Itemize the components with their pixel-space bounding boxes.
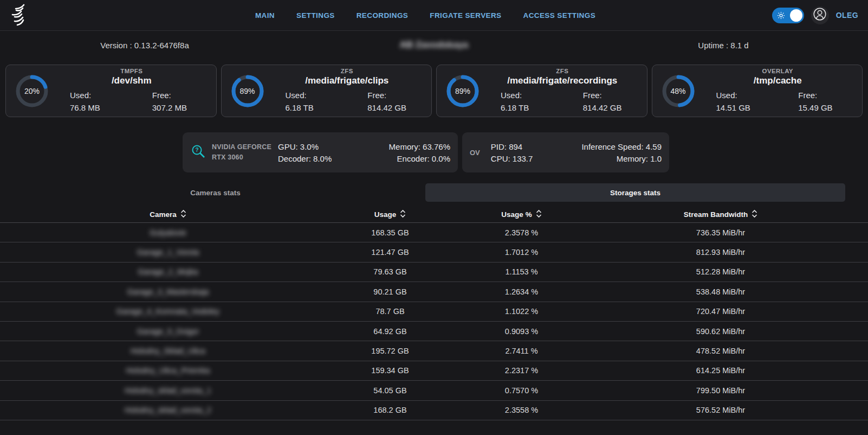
table-row: Holodny_Ulica_Priemka 159.34 GB 2.2317 %… xyxy=(0,361,868,381)
tab-storages-stats[interactable]: Storages stats xyxy=(425,183,845,202)
uptime-label: Uptime : 8.1 d xyxy=(579,41,868,50)
sun-icon xyxy=(777,11,785,22)
usage-cell: 64.92 GB xyxy=(336,327,444,336)
camera-name: Gulyalovie xyxy=(150,228,186,237)
tab-cameras-stats[interactable]: Cameras stats xyxy=(5,183,425,202)
donut-percent-label: 89% xyxy=(445,74,480,108)
donut-percent-label: 89% xyxy=(230,74,265,108)
storages-stats-table: Camera Usage Usage % Stream Bandwidth Gu… xyxy=(0,207,868,420)
table-row: Holodny_Sklad_Ulica 195.72 GB 2.7411 % 4… xyxy=(0,341,868,361)
used-label: Used: xyxy=(501,89,562,101)
bandwidth-cell: 736.35 MiB/hr xyxy=(599,228,843,237)
bandwidth-cell: 538.48 MiB/hr xyxy=(599,287,843,296)
mount-path: /dev/shm xyxy=(54,75,210,86)
camera-name: Holodny_sklad_vorota_2 xyxy=(125,406,211,414)
table-header: Camera Usage Usage % Stream Bandwidth xyxy=(0,207,868,223)
nav-access-settings[interactable]: ACCESS SETTINGS xyxy=(523,11,596,20)
sort-icon xyxy=(400,209,406,220)
usage-donut: 89% xyxy=(445,74,480,108)
storage-card-text: ZFS /media/frigate/clips Used: 6.18 TB F… xyxy=(265,68,425,114)
detector-stats-grid: PID: 894 Inference Speed: 4.59 CPU: 133.… xyxy=(488,142,662,163)
bandwidth-cell: 478.52 MiB/hr xyxy=(599,347,843,355)
storage-card-recordings: 89% ZFS /media/frigate/recordings Used: … xyxy=(436,65,647,117)
nav-settings[interactable]: SETTINGS xyxy=(296,11,335,20)
header-stream-bandwidth[interactable]: Stream Bandwidth xyxy=(599,209,843,220)
theme-toggle[interactable] xyxy=(772,8,804,23)
fs-type-label: TMPFS xyxy=(54,68,210,74)
username-label[interactable]: OLEG xyxy=(836,11,858,20)
sort-icon xyxy=(752,209,757,220)
usage-percent-cell: 2.3558 % xyxy=(444,406,599,414)
fs-type-label: ZFS xyxy=(484,68,640,74)
main-nav: MAIN SETTINGS RECORDINGS FRIGATE SERVERS… xyxy=(255,11,595,20)
free-label: Free: xyxy=(367,89,425,101)
bandwidth-cell: 614.25 MiB/hr xyxy=(599,366,843,375)
used-value: 6.18 TB xyxy=(286,101,347,114)
usage-donut: 20% xyxy=(15,74,49,108)
sort-icon xyxy=(536,209,542,220)
usage-percent-cell: 2.3578 % xyxy=(444,228,599,237)
free-value: 15.49 GB xyxy=(798,101,856,114)
donut-percent-label: 20% xyxy=(15,74,49,108)
mount-path: /media/frigate/recordings xyxy=(484,75,640,86)
usage-cell: 54.05 GB xyxy=(336,386,444,395)
bandwidth-cell: 720.47 MiB/hr xyxy=(599,307,843,316)
used-label: Used: xyxy=(70,89,132,101)
bandwidth-cell: 576.52 MiB/hr xyxy=(599,406,843,414)
camera-name: Garage_3_Masterskaja xyxy=(127,287,209,296)
camera-name: Garage_5_Dvigor xyxy=(137,327,199,336)
nav-recordings[interactable]: RECORDINGS xyxy=(357,11,409,20)
nav-main[interactable]: MAIN xyxy=(255,11,275,20)
header-usage[interactable]: Usage xyxy=(336,209,444,220)
storage-card-text: ZFS /media/frigate/recordings Used: 6.18… xyxy=(480,68,640,114)
camera-name: Holodny_Ulica_Priemka xyxy=(126,366,210,375)
nav-frigate-servers[interactable]: FRIGATE SERVERS xyxy=(430,11,501,20)
usage-donut: 48% xyxy=(661,74,696,108)
table-row: Garage_3_Masterskaja 90.21 GB 1.2634 % 5… xyxy=(0,282,868,302)
gpu-decoder: Decoder: 8.0% xyxy=(278,154,364,163)
bandwidth-cell: 590.62 MiB/hr xyxy=(599,327,843,336)
used-value: 6.18 TB xyxy=(501,101,562,114)
usage-cell: 168.2 GB xyxy=(336,406,444,414)
gpu-info-icon: ? xyxy=(190,143,206,162)
header-usage-percent[interactable]: Usage % xyxy=(444,209,599,220)
detector-inference-speed: Inference Speed: 4.59 xyxy=(576,142,662,151)
usage-cell: 168.35 GB xyxy=(336,228,444,237)
camera-name: Holodny_Sklad_Ulica xyxy=(131,347,205,355)
bandwidth-cell: 799.50 MiB/hr xyxy=(599,386,843,395)
camera-name: Holodny_sklad_vorota_1 xyxy=(125,386,211,395)
camera-name: Garage_1_Vorota xyxy=(137,248,199,257)
usage-cell: 121.47 GB xyxy=(336,248,444,257)
usage-percent-cell: 2.7411 % xyxy=(444,347,599,355)
toggle-knob xyxy=(790,9,802,22)
usage-donut: 89% xyxy=(230,74,265,108)
version-label: Version : 0.13.2-6476f8a xyxy=(0,41,289,50)
user-avatar[interactable] xyxy=(811,7,829,24)
usage-percent-cell: 1.7012 % xyxy=(444,248,599,257)
frigate-logo-icon[interactable] xyxy=(10,3,33,27)
fs-type-label: OVERLAY xyxy=(700,68,856,74)
header-camera[interactable]: Camera xyxy=(0,209,336,220)
mount-path: /tmp/cache xyxy=(700,75,856,86)
detector-stats-card: OV PID: 894 Inference Speed: 4.59 CPU: 1… xyxy=(462,132,669,172)
bandwidth-cell: 812.93 MiB/hr xyxy=(599,248,843,257)
accelerator-cards-row: ? NVIDIA GEFORCE RTX 3060 GPU: 3.0% Memo… xyxy=(183,132,868,172)
usage-percent-cell: 0.9093 % xyxy=(444,327,599,336)
free-value: 814.42 GB xyxy=(583,101,640,114)
detector-name-label: OV xyxy=(470,149,480,157)
used-value: 76.8 MB xyxy=(70,101,132,114)
free-value: 814.42 GB xyxy=(367,101,425,114)
detector-pid: PID: 894 xyxy=(491,142,576,151)
mount-path: /media/frigate/clips xyxy=(269,75,425,86)
used-label: Used: xyxy=(716,89,778,101)
camera-name: Garage_4_Komnata_Vodoley xyxy=(116,307,219,316)
used-value: 14.51 GB xyxy=(716,101,778,114)
free-label: Free: xyxy=(798,89,856,101)
donut-percent-label: 48% xyxy=(661,74,696,108)
page-title: AB Zavodskaya xyxy=(289,40,579,50)
table-row: Garage_2_Mojka 79.63 GB 1.1153 % 512.28 … xyxy=(0,263,868,282)
gpu-stats-grid: GPU: 3.0% Memory: 63.76% Decoder: 8.0% E… xyxy=(275,142,450,163)
table-row: Holodny_sklad_vorota_2 168.2 GB 2.3558 %… xyxy=(0,401,868,420)
table-row: Garage_1_Vorota 121.47 GB 1.7012 % 812.9… xyxy=(0,242,868,262)
storage-cards-row: 20% TMPFS /dev/shm Used: 76.8 MB Free: 3… xyxy=(5,65,863,117)
